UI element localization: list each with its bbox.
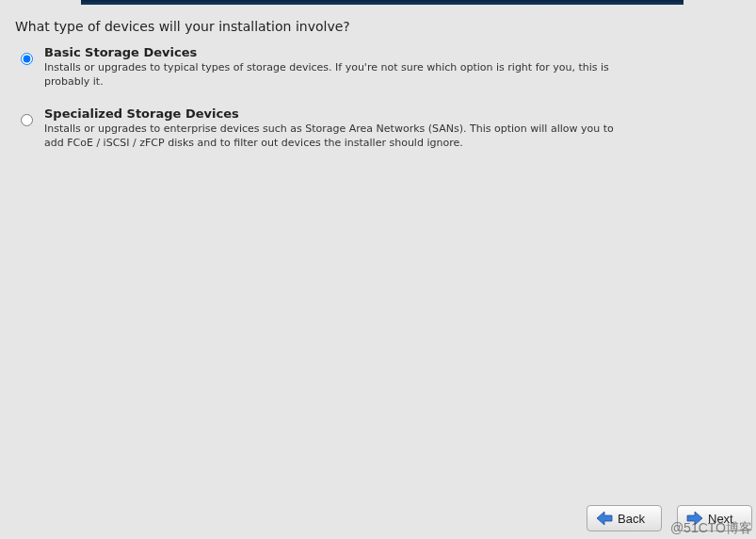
option-basic-desc: Installs or upgrades to typical types of… <box>44 61 628 90</box>
options-group: Basic Storage Devices Installs or upgrad… <box>15 45 741 150</box>
button-bar: Back Next <box>587 505 752 531</box>
radio-specialized-storage[interactable] <box>21 114 33 126</box>
header-banner <box>81 0 684 5</box>
next-label: Next <box>708 512 733 526</box>
option-basic-title: Basic Storage Devices <box>44 45 628 59</box>
option-specialized-desc: Installs or upgrades to enterprise devic… <box>44 122 628 151</box>
next-button[interactable]: Next <box>677 505 752 531</box>
option-specialized-title: Specialized Storage Devices <box>44 106 628 121</box>
option-specialized-text: Specialized Storage Devices Installs or … <box>44 106 628 151</box>
back-label: Back <box>618 512 645 526</box>
radio-basic-storage[interactable] <box>21 53 33 65</box>
option-basic-text: Basic Storage Devices Installs or upgrad… <box>44 45 628 90</box>
option-basic-storage[interactable]: Basic Storage Devices Installs or upgrad… <box>21 45 741 90</box>
arrow-right-icon <box>685 510 704 527</box>
arrow-left-icon <box>595 510 614 527</box>
question-text: What type of devices will your installat… <box>15 19 741 34</box>
main-content: What type of devices will your installat… <box>0 9 756 499</box>
back-button[interactable]: Back <box>587 505 662 531</box>
option-specialized-storage[interactable]: Specialized Storage Devices Installs or … <box>21 106 741 151</box>
